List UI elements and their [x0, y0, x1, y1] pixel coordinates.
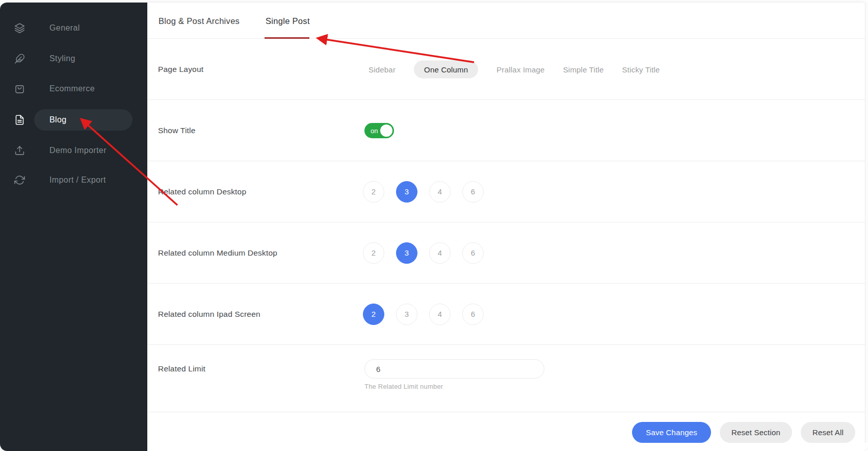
- setting-row-page-layout: Page Layout Sidebar One Column Prallax I…: [147, 39, 868, 100]
- column-count-options: 2 3 4 6: [363, 242, 484, 264]
- option-simple-title[interactable]: Simple Title: [563, 65, 604, 73]
- theme-options-panel: General Styling Ecommerce Blog: [0, 2, 868, 451]
- setting-row-related-column-ipad-screen: Related column Ipad Screen 2 3 4 6: [147, 284, 868, 345]
- sidebar-item-general[interactable]: General: [0, 17, 147, 39]
- column-count-options: 2 3 4 6: [363, 304, 484, 325]
- option-sidebar[interactable]: Sidebar: [369, 65, 396, 73]
- sidebar-item-label: Import / Export: [49, 176, 106, 185]
- toggle-state-label: on: [371, 127, 378, 134]
- sidebar-item-import-export[interactable]: Import / Export: [0, 169, 147, 191]
- sidebar-item-label: Ecommerce: [49, 84, 95, 93]
- related-limit-input[interactable]: [364, 359, 544, 379]
- sidebar-item-label: Demo Importer: [49, 146, 107, 155]
- option-4[interactable]: 4: [429, 304, 451, 325]
- show-title-toggle[interactable]: on: [364, 123, 394, 138]
- column-count-options: 2 3 4 6: [363, 181, 484, 203]
- tab-blog-post-archives[interactable]: Blog & Post Archives: [159, 16, 240, 26]
- helper-text: The Related Limit number: [364, 383, 443, 390]
- option-2[interactable]: 2: [363, 181, 384, 203]
- option-6[interactable]: 6: [462, 304, 484, 325]
- layers-icon: [14, 23, 25, 34]
- tab-bar: Blog & Post Archives Single Post: [147, 3, 868, 39]
- setting-label: Show Title: [158, 126, 196, 135]
- sync-icon: [14, 175, 25, 186]
- setting-label: Related column Medium Desktop: [158, 248, 277, 258]
- option-2[interactable]: 2: [363, 304, 384, 325]
- bag-icon: [14, 84, 25, 94]
- document-icon: [14, 115, 25, 126]
- sidebar-item-styling[interactable]: Styling: [0, 47, 147, 70]
- sidebar-item-ecommerce[interactable]: Ecommerce: [0, 78, 147, 100]
- toggle-knob: [380, 124, 392, 137]
- sidebar-item-label: Blog: [49, 115, 67, 124]
- option-prallax-image[interactable]: Prallax Image: [496, 65, 544, 73]
- settings-content: Blog & Post Archives Single Post Page La…: [147, 3, 868, 451]
- tab-single-post[interactable]: Single Post: [266, 16, 310, 26]
- option-3[interactable]: 3: [396, 242, 417, 264]
- sidebar: General Styling Ecommerce Blog: [0, 3, 147, 451]
- setting-label: Related Limit: [158, 364, 205, 373]
- setting-label: Related column Ipad Screen: [158, 310, 260, 319]
- option-2[interactable]: 2: [363, 242, 384, 264]
- option-6[interactable]: 6: [462, 181, 484, 203]
- app-canvas: General Styling Ecommerce Blog: [0, 0, 868, 451]
- reset-section-button[interactable]: Reset Section: [720, 422, 792, 443]
- active-item-pill: [34, 109, 133, 131]
- setting-row-related-column-medium-desktop: Related column Medium Desktop 2 3 4 6: [147, 222, 868, 284]
- setting-row-related-column-desktop: Related column Desktop 2 3 4 6: [147, 161, 868, 222]
- option-4[interactable]: 4: [429, 181, 451, 203]
- setting-label: Page Layout: [158, 65, 203, 74]
- sidebar-item-label: Styling: [49, 54, 75, 63]
- save-changes-button[interactable]: Save Changes: [632, 422, 711, 443]
- footer-bar: Save Changes Reset Section Reset All: [147, 412, 868, 451]
- option-3[interactable]: 3: [396, 304, 417, 325]
- option-sticky-title[interactable]: Sticky Title: [622, 65, 660, 73]
- reset-all-button[interactable]: Reset All: [801, 422, 855, 443]
- footer-buttons: Save Changes Reset Section Reset All: [632, 422, 855, 443]
- sidebar-item-blog[interactable]: Blog: [0, 109, 147, 131]
- option-6[interactable]: 6: [462, 242, 484, 264]
- page-layout-options: Sidebar One Column Prallax Image Simple …: [369, 60, 660, 78]
- option-3[interactable]: 3: [396, 181, 417, 203]
- sidebar-item-label: General: [49, 23, 80, 33]
- option-4[interactable]: 4: [429, 242, 451, 264]
- setting-row-show-title: Show Title on: [147, 100, 868, 161]
- setting-row-related-limit: Related Limit The Related Limit number: [147, 345, 868, 412]
- sidebar-item-demo-importer[interactable]: Demo Importer: [0, 139, 147, 162]
- option-one-column[interactable]: One Column: [414, 60, 478, 78]
- setting-label: Related column Desktop: [158, 187, 246, 196]
- scrollbar[interactable]: [865, 3, 868, 443]
- upload-icon: [14, 145, 25, 156]
- feather-icon: [14, 54, 25, 64]
